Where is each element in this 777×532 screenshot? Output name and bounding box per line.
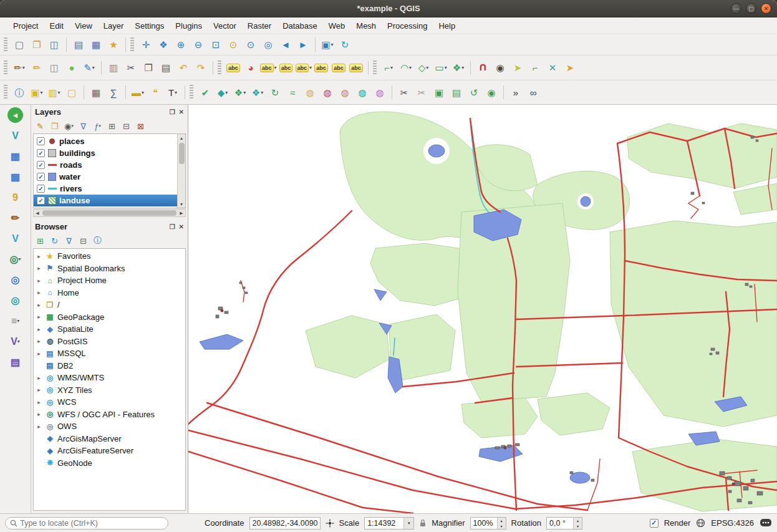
database-tool-icon[interactable]: ▤ [6,354,26,370]
collapse-browser-icon[interactable]: ⊟ [77,235,90,247]
expander-icon[interactable]: ▸ [36,289,42,296]
browser-item-bookmark[interactable]: ▸⚑Spatial Bookmarks [34,263,185,275]
expander-icon[interactable]: ▸ [36,375,42,381]
add-selected-layers-icon[interactable]: ⊞ [34,235,47,247]
lock-icon[interactable] [419,518,427,528]
browser-item-mssql[interactable]: ▸▤MSSQL [34,347,185,360]
scroll-down-icon[interactable]: ▼ [178,200,185,208]
delete-ring-icon[interactable]: ◍ [354,84,370,100]
statistical-summary-icon[interactable]: ∑ [105,84,122,100]
paste-features-icon[interactable]: ▤ [158,60,174,76]
menu-layer[interactable]: Layer [98,19,130,32]
polyline-tool-icon[interactable]: V [6,231,26,246]
add-part-icon[interactable]: ◍ [319,84,335,100]
expander-icon[interactable]: ▸ [36,265,42,271]
change-label-properties-icon[interactable]: abc [348,60,364,76]
remove-layer-icon[interactable]: ⊠ [134,120,147,132]
vertex-marker-icon[interactable]: ◉ [492,60,508,76]
locate-search[interactable] [5,517,168,530]
toolbar-grip[interactable] [373,60,377,75]
float-panel-icon[interactable]: ❐ [170,223,175,230]
vertex-editor-icon[interactable]: ⌐ [527,60,543,76]
delete-vertex-icon[interactable]: ✕ [544,60,561,76]
layer-checkbox[interactable]: ✓ [37,185,45,193]
split-geometry-icon[interactable]: ◇▾ [415,60,432,76]
move-feature-icon[interactable]: ❖▾ [450,60,466,76]
layer-item-places[interactable]: ✓places [34,135,177,147]
layer-item-water[interactable]: ✓water [34,171,177,183]
minimize-button[interactable]: — [731,3,741,14]
scroll-up-icon[interactable]: ▲ [178,134,185,142]
browser-item-wms[interactable]: ▸◎WMS/WMTS [34,372,185,384]
menu-web[interactable]: Web [323,19,351,32]
measure-line-icon[interactable]: ▬▾ [130,84,146,100]
toolbar-grip[interactable] [130,37,134,52]
zoom-native-resolution-icon[interactable]: ◎ [260,37,276,53]
save-project-icon[interactable]: ◫ [46,37,62,53]
title-bar[interactable]: *example - QGIS —▢✕ [0,0,777,17]
toolbar-grip[interactable] [4,85,7,100]
zoom-to-selection-icon[interactable]: ⊙ [225,37,241,53]
pin-unpin-labels-icon[interactable]: abc▾ [260,60,277,76]
filter-by-expression-icon[interactable]: ƒ▾ [91,120,104,132]
split-parts-icon[interactable]: ✂ [413,84,430,100]
identify-features-icon[interactable]: ⓘ [11,84,27,100]
layers-horizontal-scrollbar[interactable]: ◀ ▶ [33,209,186,217]
spin-up-icon[interactable]: ▴ [498,518,506,523]
menu-vector[interactable]: Vector [208,19,242,32]
menu-settings[interactable]: Settings [129,19,170,32]
rotate-features-icon[interactable]: ↻ [267,84,283,100]
add-ring-icon[interactable]: ◍ [302,84,318,100]
map-tips-icon[interactable]: ❝ [147,84,163,100]
digitize-shape-icon[interactable]: ◆▾ [215,84,231,100]
toolbar-grip[interactable] [218,60,221,75]
close-panel-icon[interactable]: ✕ [179,223,184,230]
browser-item-home[interactable]: ▸⌂Home [34,287,185,299]
spin-down-icon[interactable]: ▾ [498,523,506,529]
scale-combo[interactable]: ▾ [364,517,414,530]
undo-icon[interactable]: ↶ [175,60,191,76]
browser-item-geonode[interactable]: ❋GeoNode [34,457,185,470]
toolbar-overflow-icon[interactable]: » [508,84,524,100]
magnifier-spinbox[interactable]: ▴▾ [470,517,506,530]
collapse-all-icon[interactable]: ⊟ [120,120,133,132]
browser-item-arcgis-feature-server[interactable]: ◈ArcGisFeatureServer [34,445,185,457]
browser-item-arcgis-map-server[interactable]: ◈ArcGisMapServer [34,433,185,445]
scrollbar-thumb[interactable] [179,143,185,164]
merge-features-icon[interactable]: ▣ [431,84,447,100]
spin-up-icon[interactable]: ▴ [574,518,582,523]
menu-edit[interactable]: Edit [44,19,69,32]
scrollbar-thumb[interactable] [42,210,176,216]
spin-down-icon[interactable]: ▾ [574,523,582,529]
expander-icon[interactable]: ▸ [36,338,42,344]
delete-part-icon[interactable]: ◍ [372,84,388,100]
layers-vertical-scrollbar[interactable]: ▲ ▼ [177,134,185,208]
rectangle-tool-icon[interactable]: ▭▾ [433,60,449,76]
layer-item-buildings[interactable]: ✓buildings [34,147,177,159]
style-manager-icon[interactable]: ★ [105,37,122,53]
menu-mesh[interactable]: Mesh [350,19,382,32]
new-map-view-icon[interactable]: ▣▾ [319,37,335,53]
copy-move-features-icon[interactable]: ❖▾ [249,84,266,100]
menu-processing[interactable]: Processing [382,19,433,32]
close-panel-icon[interactable]: ✕ [179,109,184,115]
zoom-to-layer-icon[interactable]: ⊙ [243,37,259,53]
menu-raster[interactable]: Raster [242,19,277,32]
browser-item-folder[interactable]: ▸❐/ [34,299,185,311]
layer-checkbox[interactable]: ✓ [37,161,45,169]
checker-tool-icon[interactable]: ▩ [6,169,26,185]
scroll-left-icon[interactable]: ◀ [34,211,41,216]
locate-input[interactable] [20,519,163,528]
open-project-icon[interactable]: ❐ [29,37,45,53]
layer-item-rivers[interactable]: ✓rivers [34,183,177,195]
simplify-features-icon[interactable]: ≈ [284,84,301,100]
menu-database[interactable]: Database [277,19,323,32]
fill-ring-icon[interactable]: ◍ [337,84,353,100]
check-geometries-icon[interactable]: ✔ [197,84,213,100]
new-print-layout-icon[interactable]: ▤ [70,37,87,53]
zoom-in-icon[interactable]: ⊕ [173,37,189,53]
redo-icon[interactable]: ↷ [193,60,209,76]
expander-icon[interactable]: ▸ [36,399,42,405]
layer-checkbox[interactable]: ✓ [37,196,45,205]
new-project-icon[interactable]: ▢ [11,37,27,53]
